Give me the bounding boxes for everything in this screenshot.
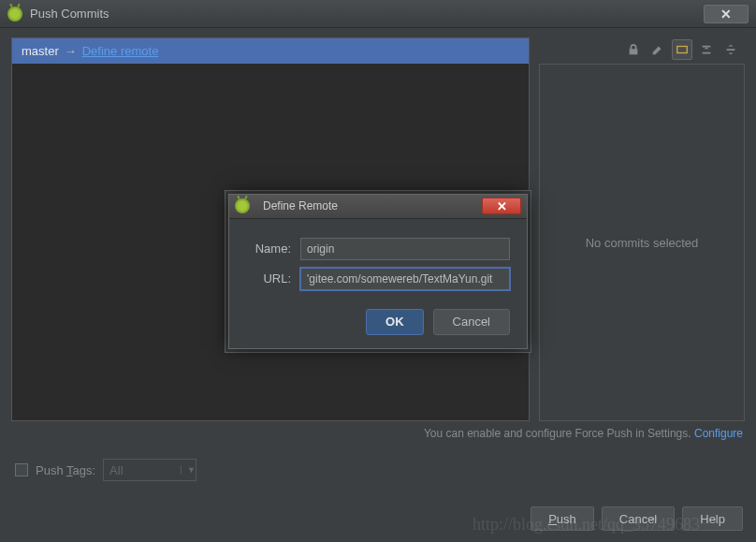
- modal-titlebar: Define Remote ✕: [229, 195, 527, 219]
- name-label: Name:: [246, 242, 300, 256]
- define-remote-dialog: Define Remote ✕ Name: URL: OK Cancel: [228, 194, 528, 349]
- name-row: Name:: [246, 238, 510, 260]
- modal-close-button[interactable]: ✕: [482, 198, 521, 214]
- remote-name-input[interactable]: [300, 238, 510, 260]
- url-label: URL:: [246, 271, 300, 286]
- modal-title: Define Remote: [263, 199, 338, 212]
- modal-body: Name: URL: OK Cancel: [229, 219, 527, 348]
- modal-buttons: OK Cancel: [246, 309, 510, 335]
- remote-url-input[interactable]: [300, 268, 510, 290]
- ok-button[interactable]: OK: [366, 309, 424, 335]
- url-row: URL:: [246, 268, 510, 290]
- app-icon: [235, 198, 250, 213]
- modal-cancel-button[interactable]: Cancel: [433, 309, 510, 335]
- modal-overlay: Define Remote ✕ Name: URL: OK Cancel: [0, 0, 756, 542]
